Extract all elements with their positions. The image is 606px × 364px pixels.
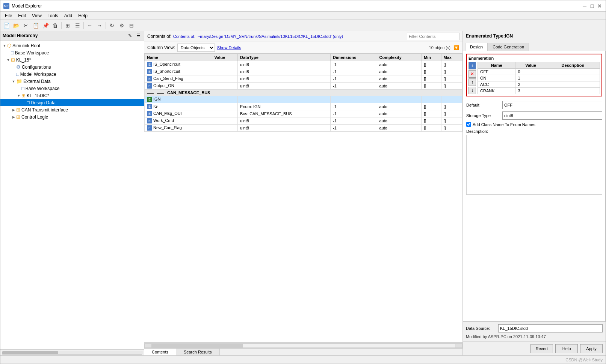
default-select[interactable]: OFF ON ACC CRANK	[502, 101, 602, 109]
cell-value	[212, 125, 237, 132]
filter-icon-button[interactable]: 🔽	[453, 44, 459, 51]
tab-contents[interactable]: Contents	[144, 349, 176, 355]
enum-cell-desc	[546, 69, 600, 75]
scroll-left-btn[interactable]	[144, 343, 152, 348]
table-row[interactable]: ENew_Can_Flag uint8 -1 auto [] []	[145, 125, 462, 132]
table-row-ign[interactable]: EIGN	[145, 96, 462, 103]
minimize-button[interactable]: ─	[582, 3, 588, 9]
tree-item-base-workspace2[interactable]: □ Base Workspace	[0, 85, 144, 92]
tree-item-kl15dic[interactable]: ▼ ⊞ KL_15DIC*	[0, 92, 144, 99]
table-row[interactable]: EOutput_ON uint8 -1 auto [] []	[145, 83, 462, 90]
scroll-right-btn[interactable]	[455, 343, 462, 348]
enum-add-button[interactable]: +	[468, 62, 476, 69]
menu-file[interactable]: File	[2, 12, 15, 19]
configurations-label: Configurations	[22, 65, 51, 70]
help-button[interactable]: Help	[555, 344, 578, 353]
enum-row-acc[interactable]: ACC 2	[478, 81, 600, 88]
col-max: Max	[441, 54, 462, 61]
add-class-name-checkbox[interactable]	[466, 122, 471, 127]
table-row[interactable]: EIS_Opencircuit uint8 -1 auto [] []	[145, 61, 462, 68]
open-button[interactable]: 📂	[12, 21, 21, 30]
toggle-external-data[interactable]: ▼	[11, 79, 16, 84]
apply-button[interactable]: Apply	[580, 344, 603, 353]
data-source-select[interactable]: KL_15DIC.sldd	[498, 324, 603, 332]
forward-button[interactable]: →	[95, 21, 104, 30]
enum-row-crank[interactable]: CRANK 3	[478, 88, 600, 94]
delete-button[interactable]: 🗑	[51, 21, 60, 30]
enum-row-off[interactable]: OFF 0	[478, 69, 600, 75]
tree-item-external-data[interactable]: ▼ 📁 External Data	[0, 78, 144, 85]
toggle-can-transmit[interactable]: ▶	[11, 107, 16, 113]
table-row[interactable]: ECan_Send_Flag uint8 -1 auto [] []	[145, 75, 462, 83]
center-horizontal-scrollbar[interactable]	[144, 342, 462, 348]
cut-button[interactable]: ✂	[21, 21, 30, 30]
storage-type-select[interactable]: uint8 int8 uint16 int16	[502, 111, 602, 120]
tree-item-configurations[interactable]: ▶ ⚙ Configurations	[0, 63, 144, 71]
toggle-kl15[interactable]: ▼	[6, 57, 11, 63]
table-row[interactable]: ECAN_Msg_OUT Bus: CAN_MESSAGE_BUS -1 aut…	[145, 110, 462, 117]
enum-delete-button[interactable]: ✕	[468, 70, 476, 78]
toggle-simulink-root[interactable]: ▼	[2, 43, 7, 48]
menu-view[interactable]: View	[29, 12, 45, 19]
new-button[interactable]: 📄	[2, 21, 11, 30]
enum-row-on[interactable]: ON 1	[478, 75, 600, 81]
tab-design[interactable]: Design	[465, 43, 488, 51]
edit-hierarchy-button[interactable]: ✎	[127, 32, 133, 39]
scroll-track-horizontal[interactable]	[152, 343, 455, 348]
filter-input[interactable]	[407, 33, 459, 40]
row-icon: E	[147, 83, 152, 89]
tree-item-can-transmit[interactable]: ▶ ⊞ CAN Transmit interface	[0, 106, 144, 113]
menu-tools[interactable]: Tools	[45, 12, 61, 19]
cell-datatype: uint8	[238, 83, 331, 90]
row-icon: E	[147, 62, 152, 67]
table-row[interactable]: EIG Enum: IGN -1 auto [] []	[145, 103, 462, 110]
tree-item-simulink-root[interactable]: ▼ ⬡ Simulink Root	[0, 42, 144, 49]
view-button[interactable]: ☰	[73, 21, 82, 30]
enum-move-up-button[interactable]: ↑	[468, 78, 476, 86]
tree-item-kl15[interactable]: ▼ ⊞ KL_15*	[0, 56, 144, 63]
column-view-select[interactable]: Data Objects	[177, 44, 215, 52]
cell-dimensions: -1	[330, 125, 377, 132]
copy-button[interactable]: 📋	[31, 21, 40, 30]
enum-cell-name: ACC	[478, 81, 515, 88]
refresh-button[interactable]: ↻	[107, 21, 116, 30]
cell-max: []	[441, 125, 462, 132]
tree-item-control-logic[interactable]: ▶ ⊞ Control Logic	[0, 113, 144, 120]
design-data-label: Design Data	[31, 100, 56, 105]
cell-max: []	[441, 61, 462, 68]
enum-cell-desc	[546, 81, 600, 88]
add-class-name-row: Add Class Name To Enum Names	[466, 122, 602, 127]
table-row[interactable]: EWork_Cmd uint8 -1 auto [] []	[145, 117, 462, 125]
settings-button[interactable]: ⚙	[117, 21, 126, 30]
tab-code-generation[interactable]: Code Generation	[488, 43, 529, 51]
toggle-control-logic[interactable]: ▶	[11, 114, 16, 120]
paste-button[interactable]: 📌	[41, 21, 50, 30]
revert-button[interactable]: Revert	[530, 344, 553, 353]
filter-hierarchy-button[interactable]: ☰	[135, 32, 142, 39]
show-details-link[interactable]: Show Details	[217, 45, 241, 50]
tree-item-base-workspace[interactable]: ▶ □ Base Workspace	[0, 49, 144, 56]
maximize-button[interactable]: □	[589, 3, 595, 9]
grid-button[interactable]: ⊟	[127, 21, 136, 30]
table-row-group[interactable]: CAN_MESSAGE_BUS	[145, 90, 462, 96]
enum-move-down-button[interactable]: ↓	[468, 87, 476, 94]
tab-search-results[interactable]: Search Results	[176, 349, 220, 355]
toggle-kl15dic[interactable]: ▼	[16, 93, 21, 98]
menu-edit[interactable]: Edit	[15, 12, 29, 19]
arrange-button[interactable]: ⊞	[63, 21, 72, 30]
cell-max: []	[441, 103, 462, 110]
modified-text: Modified by ASPR-PC on 2021-11-09 13:47	[466, 334, 603, 339]
cell-value	[212, 83, 237, 90]
table-row[interactable]: EIS_Shortcircuit uint8 -1 auto [] []	[145, 68, 462, 75]
menu-add[interactable]: Add	[61, 12, 75, 19]
left-panel-scrollbar[interactable]	[0, 349, 144, 355]
menu-help[interactable]: Help	[75, 12, 91, 19]
scroll-track[interactable]	[2, 351, 142, 355]
description-textarea[interactable]	[466, 135, 602, 195]
back-button[interactable]: ←	[85, 21, 94, 30]
model-workspace-label: Model Workspace	[20, 72, 56, 77]
close-button[interactable]: ✕	[597, 3, 603, 9]
cell-dimensions: -1	[330, 61, 377, 68]
tree-item-model-workspace[interactable]: □ Model Workspace	[0, 71, 144, 78]
tree-item-design-data[interactable]: □ Design Data	[0, 99, 144, 106]
